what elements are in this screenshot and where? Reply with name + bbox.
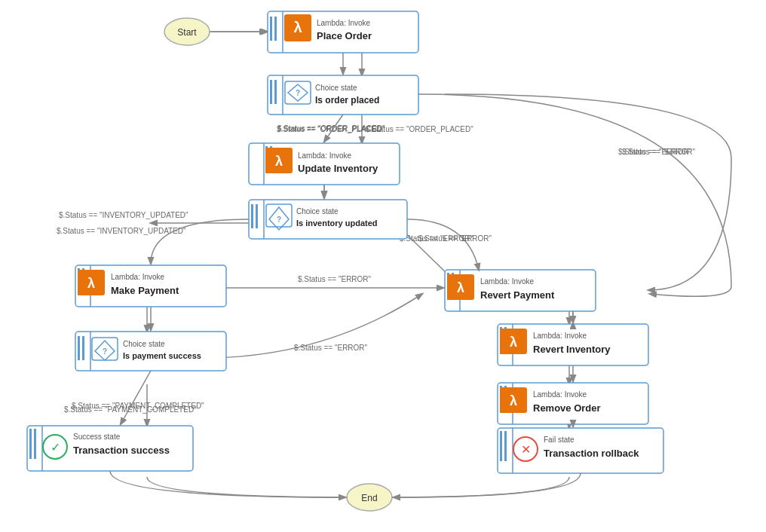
remove-order-node: λ Lambda: Invoke Remove Order: [498, 383, 648, 424]
update-inventory-node: λ Lambda: Invoke Update Inventory: [249, 143, 400, 185]
rollback-label: Transaction rollback: [544, 448, 639, 459]
svg-text:λ: λ: [457, 280, 464, 295]
is-order-placed-type: Choice state: [315, 84, 357, 92]
svg-rect-77: [500, 431, 502, 461]
edge-error-inv: $.Status == "ERROR": [418, 234, 492, 243]
make-payment-node: λ Lambda: Invoke Make Payment: [75, 265, 226, 307]
rollback-type: Fail state: [544, 436, 574, 444]
end-label: End: [361, 493, 377, 503]
revert-payment-node: λ Lambda: Invoke Revert Payment: [445, 270, 596, 311]
end-node: End: [347, 484, 392, 511]
revert-inventory-node: λ Lambda: Invoke Revert Inventory: [498, 324, 648, 365]
edge-inv-updated: $.Status == "INVENTORY_UPDATED": [59, 211, 188, 219]
is-payment-success-node: ? Choice state Is payment success: [75, 332, 226, 371]
edge-error-pay: $.Status == "ERROR": [298, 275, 372, 283]
svg-rect-17: [274, 17, 277, 41]
edge-label-inventory-updated: $.Status == "INVENTORY_UPDATED": [57, 227, 186, 235]
svg-text:?: ?: [103, 347, 107, 356]
edge-payment-done: $.Status == "PAYMENT_COMPLETED": [72, 402, 204, 410]
place-order-node: λ Lambda: Invoke Place Order: [268, 11, 418, 53]
revert-inventory-type: Lambda: Invoke: [533, 332, 587, 340]
update-inventory-type: Lambda: Invoke: [298, 151, 352, 160]
is-inventory-label: Is inventory updated: [296, 219, 378, 228]
make-payment-label: Make Payment: [111, 285, 179, 296]
edge-label-error-payment: $.Status == "ERROR": [294, 344, 368, 352]
svg-text:λ: λ: [510, 335, 517, 350]
svg-rect-46: [78, 336, 80, 360]
workflow-diagram: $.Status == "ORDER_PLACED" $.Status == "…: [0, 0, 766, 532]
transaction-success-node: ✓ Success state Transaction success: [27, 426, 193, 471]
place-order-type: Lambda: Invoke: [317, 19, 371, 27]
revert-inventory-label: Revert Inventory: [533, 344, 611, 355]
svg-rect-34: [256, 204, 258, 228]
svg-text:✓: ✓: [51, 441, 60, 454]
success-label: Transaction success: [73, 445, 170, 456]
is-order-placed-label: Is order placed: [315, 95, 379, 105]
svg-rect-71: [29, 429, 32, 459]
svg-text:λ: λ: [87, 276, 95, 291]
place-order-label: Place Order: [317, 30, 372, 41]
svg-text:λ: λ: [275, 154, 283, 169]
is-payment-label: Is payment success: [123, 351, 201, 360]
svg-rect-33: [251, 204, 253, 228]
svg-text:λ: λ: [510, 393, 517, 408]
revert-payment-type: Lambda: Invoke: [480, 277, 535, 286]
svg-rect-78: [504, 431, 507, 461]
edge-error-order: $.Status == "ERROR": [622, 148, 696, 156]
success-type: Success state: [73, 433, 121, 441]
start-node: Start: [164, 18, 210, 45]
svg-rect-47: [82, 336, 84, 360]
svg-rect-72: [34, 429, 36, 459]
is-payment-type: Choice state: [123, 340, 165, 348]
make-payment-type: Lambda: Invoke: [111, 273, 165, 281]
svg-rect-20: [270, 80, 272, 104]
svg-text:✕: ✕: [521, 443, 531, 456]
update-inventory-label: Update Inventory: [298, 163, 378, 174]
svg-rect-21: [274, 80, 277, 104]
transaction-rollback-node: ✕ Fail state Transaction rollback: [498, 428, 663, 473]
svg-text:?: ?: [296, 89, 300, 97]
remove-order-type: Lambda: Invoke: [533, 390, 587, 399]
is-inventory-type: Choice state: [296, 207, 339, 216]
svg-line-87: [121, 371, 151, 424]
is-order-placed-node: ? Choice state Is order placed: [268, 75, 418, 115]
start-label: Start: [177, 27, 197, 38]
svg-text:?: ?: [277, 216, 281, 224]
svg-text:λ: λ: [293, 19, 302, 35]
is-inventory-updated-node: ? Choice state Is inventory updated: [249, 200, 407, 239]
svg-rect-16: [270, 17, 272, 41]
revert-payment-label: Revert Payment: [480, 289, 555, 301]
remove-order-label: Remove Order: [533, 402, 601, 414]
